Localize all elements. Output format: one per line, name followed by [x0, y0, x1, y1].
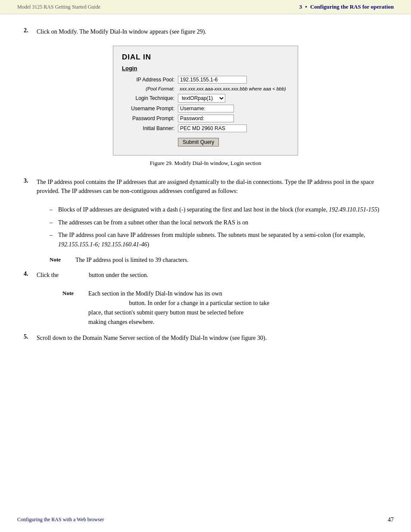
password-prompt-label: Password Prompt: — [122, 115, 178, 121]
header-bullet: • — [305, 3, 307, 10]
figure-29-caption: Figure 29. Modify Dial-In window, Login … — [150, 160, 261, 167]
pool-format-row: (Pool Format: xxx.xxx.xxx.aaa-xxx.xxx.xx… — [122, 86, 289, 92]
submit-query-row: Submit Query — [122, 134, 289, 146]
note-1: Note The IP address pool is limited to 3… — [50, 255, 387, 265]
step-3-text: The IP address pool contains the IP addr… — [37, 177, 387, 196]
step-4-text: Click the button under the section. — [37, 271, 387, 280]
step-4-number: 4. — [24, 271, 37, 277]
password-prompt-input[interactable] — [178, 115, 234, 122]
step-4: 4. Click the button under the section. — [24, 271, 387, 280]
footer-left: Configuring the RAS with a Web browser — [17, 516, 104, 523]
step-5-text: Scroll down to the Domain Name Server se… — [37, 333, 387, 342]
login-technique-label: Login Technique: — [122, 95, 178, 101]
page-header: Model 3125 RAS Getting Started Guide 3 •… — [0, 0, 411, 14]
bullet-list: – Blocks of IP addresses are designated … — [50, 205, 387, 249]
dial-in-dialog: DIAL IN Login IP Address Pool: (Pool For… — [113, 46, 298, 156]
dial-in-section: Login — [122, 65, 289, 72]
pool-format-value: xxx.xxx.xxx.aaa-xxx.xxx.xxx.bbb where aa… — [178, 86, 288, 92]
bullet-dash-3: – — [50, 230, 58, 249]
chapter-number: 3 — [299, 3, 302, 10]
note-2: Note Each section in the Modify Dial-In … — [62, 289, 387, 327]
login-technique-row: Login Technique: textORpap(1) — [122, 94, 289, 103]
initial-banner-row: Initial Banner: — [122, 124, 289, 132]
step-3-number: 3. — [24, 177, 37, 184]
figure-29-container: DIAL IN Login IP Address Pool: (Pool For… — [24, 46, 387, 167]
dial-in-title: DIAL IN — [122, 53, 289, 62]
bullet-content-2: The addresses can be from a subnet other… — [58, 218, 387, 227]
note-2-label: Note — [62, 289, 88, 327]
bullet-item-2: – The addresses can be from a subnet oth… — [50, 218, 387, 227]
bullet-content-1: Blocks of IP addresses are designated wi… — [58, 205, 387, 215]
step-2-text: Click on Modify. The Modify Dial-In wind… — [37, 27, 387, 36]
note-1-text: The IP address pool is limited to 39 cha… — [75, 255, 387, 265]
ip-address-pool-input[interactable] — [178, 76, 247, 84]
bullet-item-3: – The IP address pool can have IP addres… — [50, 230, 387, 249]
username-prompt-row: Username Prompt: — [122, 105, 289, 112]
step-5: 5. Scroll down to the Domain Name Server… — [24, 333, 387, 342]
step-2: 2. Click on Modify. The Modify Dial-In w… — [24, 27, 387, 36]
step-2-number: 2. — [24, 27, 37, 34]
note-2-text: Each section in the Modify Dial-In windo… — [88, 289, 387, 327]
footer-page-number: 47 — [388, 516, 394, 523]
login-technique-select-wrapper: textORpap(1) — [178, 94, 225, 103]
login-technique-select[interactable]: textORpap(1) — [178, 94, 225, 103]
header-left: Model 3125 RAS Getting Started Guide — [17, 4, 100, 10]
password-prompt-row: Password Prompt: — [122, 115, 289, 122]
page-footer: Configuring the RAS with a Web browser 4… — [0, 516, 411, 523]
ip-address-pool-label: IP Address Pool: — [122, 77, 178, 83]
step-3: 3. The IP address pool contains the IP a… — [24, 177, 387, 196]
step-5-number: 5. — [24, 333, 37, 340]
bullet-dash-2: – — [50, 218, 58, 227]
username-prompt-input[interactable] — [178, 105, 234, 112]
ip-address-pool-row: IP Address Pool: — [122, 76, 289, 84]
initial-banner-input[interactable] — [178, 124, 247, 132]
initial-banner-label: Initial Banner: — [122, 125, 178, 131]
submit-query-button[interactable]: Submit Query — [178, 138, 219, 146]
header-chapter-title: Configuring the RAS for operation — [310, 3, 394, 10]
note-1-label: Note — [50, 255, 75, 265]
bullet-dash-1: – — [50, 205, 58, 215]
username-prompt-label: Username Prompt: — [122, 106, 178, 112]
header-right: 3 • Configuring the RAS for operation — [299, 3, 394, 10]
pool-format-label: (Pool Format: — [122, 86, 178, 91]
bullet-content-3: The IP address pool can have IP addresse… — [58, 230, 387, 249]
main-content: 2. Click on Modify. The Modify Dial-In w… — [0, 14, 411, 369]
bullet-item-1: – Blocks of IP addresses are designated … — [50, 205, 387, 215]
